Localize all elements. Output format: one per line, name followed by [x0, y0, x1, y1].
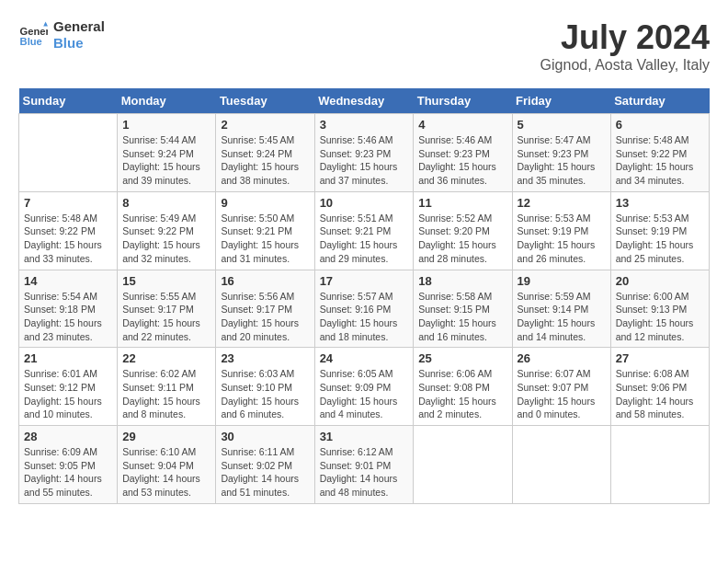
- day-info: Sunrise: 6:08 AM Sunset: 9:06 PM Dayligh…: [616, 367, 704, 421]
- calendar-cell: 12Sunrise: 5:53 AM Sunset: 9:19 PM Dayli…: [512, 191, 610, 270]
- calendar-cell: 9Sunrise: 5:50 AM Sunset: 9:21 PM Daylig…: [216, 191, 314, 270]
- day-number: 1: [122, 118, 210, 132]
- header-cell-tuesday: Tuesday: [216, 88, 314, 114]
- day-info: Sunrise: 6:11 AM Sunset: 9:02 PM Dayligh…: [221, 445, 309, 500]
- logo-line1: General: [53, 18, 105, 35]
- day-info: Sunrise: 6:10 AM Sunset: 9:04 PM Dayligh…: [122, 445, 210, 500]
- day-number: 31: [320, 430, 409, 443]
- calendar-cell: 5Sunrise: 5:47 AM Sunset: 9:23 PM Daylig…: [512, 114, 610, 192]
- header-cell-sunday: Sunday: [19, 88, 118, 114]
- calendar-cell: 10Sunrise: 5:51 AM Sunset: 9:21 PM Dayli…: [314, 191, 414, 270]
- day-info: Sunrise: 6:03 AM Sunset: 9:10 PM Dayligh…: [221, 367, 309, 421]
- calendar-cell: 16Sunrise: 5:56 AM Sunset: 9:17 PM Dayli…: [216, 270, 314, 348]
- day-info: Sunrise: 5:53 AM Sunset: 9:19 PM Dayligh…: [518, 212, 606, 266]
- day-info: Sunrise: 5:53 AM Sunset: 9:19 PM Dayligh…: [616, 212, 704, 266]
- header-cell-wednesday: Wednesday: [314, 88, 414, 114]
- day-info: Sunrise: 5:47 AM Sunset: 9:23 PM Dayligh…: [518, 133, 606, 188]
- day-number: 29: [122, 430, 210, 443]
- day-info: Sunrise: 5:59 AM Sunset: 9:14 PM Dayligh…: [518, 290, 606, 344]
- calendar-cell: 11Sunrise: 5:52 AM Sunset: 9:20 PM Dayli…: [414, 191, 512, 270]
- day-info: Sunrise: 5:51 AM Sunset: 9:21 PM Dayligh…: [320, 212, 409, 266]
- calendar-cell: 28Sunrise: 6:09 AM Sunset: 9:05 PM Dayli…: [19, 426, 118, 504]
- day-number: 9: [221, 196, 309, 210]
- logo-line2: Blue: [53, 35, 105, 52]
- day-info: Sunrise: 6:07 AM Sunset: 9:07 PM Dayligh…: [518, 367, 606, 421]
- day-number: 15: [122, 274, 210, 288]
- day-number: 25: [418, 351, 506, 365]
- day-info: Sunrise: 6:06 AM Sunset: 9:08 PM Dayligh…: [418, 367, 506, 421]
- day-info: Sunrise: 5:58 AM Sunset: 9:15 PM Dayligh…: [418, 290, 506, 344]
- svg-marker-2: [43, 22, 48, 27]
- day-number: 12: [518, 196, 606, 210]
- calendar-cell: 8Sunrise: 5:49 AM Sunset: 9:22 PM Daylig…: [118, 191, 216, 270]
- calendar-cell: 6Sunrise: 5:48 AM Sunset: 9:22 PM Daylig…: [610, 114, 709, 192]
- day-info: Sunrise: 6:12 AM Sunset: 9:01 PM Dayligh…: [320, 445, 409, 500]
- calendar-cell: 26Sunrise: 6:07 AM Sunset: 9:07 PM Dayli…: [512, 348, 610, 426]
- day-number: 24: [320, 351, 409, 365]
- day-number: 18: [418, 274, 506, 288]
- calendar-cell: [19, 114, 118, 192]
- day-number: 8: [122, 196, 210, 210]
- month-title: July 2024: [540, 18, 710, 57]
- calendar-header-row: SundayMondayTuesdayWednesdayThursdayFrid…: [19, 88, 710, 114]
- calendar-cell: 17Sunrise: 5:57 AM Sunset: 9:16 PM Dayli…: [314, 270, 414, 348]
- day-info: Sunrise: 5:50 AM Sunset: 9:21 PM Dayligh…: [221, 212, 309, 266]
- day-info: Sunrise: 5:48 AM Sunset: 9:22 PM Dayligh…: [24, 212, 112, 266]
- day-info: Sunrise: 5:56 AM Sunset: 9:17 PM Dayligh…: [221, 290, 309, 344]
- calendar-cell: 30Sunrise: 6:11 AM Sunset: 9:02 PM Dayli…: [216, 426, 314, 504]
- header: General Blue General Blue July 2024 Gign…: [18, 18, 710, 74]
- calendar-cell: 29Sunrise: 6:10 AM Sunset: 9:04 PM Dayli…: [118, 426, 216, 504]
- day-info: Sunrise: 5:46 AM Sunset: 9:23 PM Dayligh…: [320, 133, 409, 188]
- location-title: Gignod, Aosta Valley, Italy: [540, 57, 710, 74]
- day-number: 26: [518, 351, 606, 365]
- day-info: Sunrise: 5:44 AM Sunset: 9:24 PM Dayligh…: [122, 133, 210, 188]
- calendar-week-row: 14Sunrise: 5:54 AM Sunset: 9:18 PM Dayli…: [19, 270, 710, 348]
- day-info: Sunrise: 5:49 AM Sunset: 9:22 PM Dayligh…: [122, 212, 210, 266]
- day-number: 20: [616, 274, 704, 288]
- calendar-cell: 18Sunrise: 5:58 AM Sunset: 9:15 PM Dayli…: [414, 270, 512, 348]
- header-cell-friday: Friday: [512, 88, 610, 114]
- calendar-cell: 13Sunrise: 5:53 AM Sunset: 9:19 PM Dayli…: [610, 191, 709, 270]
- calendar-cell: 14Sunrise: 5:54 AM Sunset: 9:18 PM Dayli…: [19, 270, 118, 348]
- calendar-week-row: 28Sunrise: 6:09 AM Sunset: 9:05 PM Dayli…: [19, 426, 710, 504]
- day-info: Sunrise: 5:48 AM Sunset: 9:22 PM Dayligh…: [616, 133, 704, 188]
- day-info: Sunrise: 6:09 AM Sunset: 9:05 PM Dayligh…: [24, 445, 112, 500]
- header-cell-monday: Monday: [118, 88, 216, 114]
- header-cell-thursday: Thursday: [414, 88, 512, 114]
- logo-icon: General Blue: [18, 20, 48, 50]
- header-cell-saturday: Saturday: [610, 88, 709, 114]
- day-number: 13: [616, 196, 704, 210]
- day-number: 2: [221, 118, 309, 132]
- calendar-table: SundayMondayTuesdayWednesdayThursdayFrid…: [18, 88, 710, 504]
- day-info: Sunrise: 5:54 AM Sunset: 9:18 PM Dayligh…: [24, 290, 112, 344]
- calendar-week-row: 7Sunrise: 5:48 AM Sunset: 9:22 PM Daylig…: [19, 191, 710, 270]
- calendar-week-row: 21Sunrise: 6:01 AM Sunset: 9:12 PM Dayli…: [19, 348, 710, 426]
- day-number: 30: [221, 430, 309, 443]
- day-number: 4: [418, 118, 506, 132]
- calendar-cell: 3Sunrise: 5:46 AM Sunset: 9:23 PM Daylig…: [314, 114, 414, 192]
- day-number: 28: [24, 430, 112, 443]
- day-info: Sunrise: 5:45 AM Sunset: 9:24 PM Dayligh…: [221, 133, 309, 188]
- day-info: Sunrise: 5:52 AM Sunset: 9:20 PM Dayligh…: [418, 212, 506, 266]
- logo: General Blue General Blue: [18, 18, 105, 52]
- day-info: Sunrise: 6:01 AM Sunset: 9:12 PM Dayligh…: [24, 367, 112, 421]
- day-number: 3: [320, 118, 409, 132]
- calendar-cell: 23Sunrise: 6:03 AM Sunset: 9:10 PM Dayli…: [216, 348, 314, 426]
- day-info: Sunrise: 5:57 AM Sunset: 9:16 PM Dayligh…: [320, 290, 409, 344]
- calendar-body: 1Sunrise: 5:44 AM Sunset: 9:24 PM Daylig…: [19, 114, 710, 504]
- day-number: 17: [320, 274, 409, 288]
- day-info: Sunrise: 6:02 AM Sunset: 9:11 PM Dayligh…: [122, 367, 210, 421]
- day-info: Sunrise: 5:55 AM Sunset: 9:17 PM Dayligh…: [122, 290, 210, 344]
- day-number: 21: [24, 351, 112, 365]
- day-number: 27: [616, 351, 704, 365]
- calendar-cell: 7Sunrise: 5:48 AM Sunset: 9:22 PM Daylig…: [19, 191, 118, 270]
- calendar-cell: 25Sunrise: 6:06 AM Sunset: 9:08 PM Dayli…: [414, 348, 512, 426]
- calendar-cell: 19Sunrise: 5:59 AM Sunset: 9:14 PM Dayli…: [512, 270, 610, 348]
- day-number: 11: [418, 196, 506, 210]
- day-number: 7: [24, 196, 112, 210]
- calendar-cell: 21Sunrise: 6:01 AM Sunset: 9:12 PM Dayli…: [19, 348, 118, 426]
- day-number: 23: [221, 351, 309, 365]
- calendar-cell: 4Sunrise: 5:46 AM Sunset: 9:23 PM Daylig…: [414, 114, 512, 192]
- day-info: Sunrise: 6:00 AM Sunset: 9:13 PM Dayligh…: [616, 290, 704, 344]
- title-section: July 2024 Gignod, Aosta Valley, Italy: [540, 18, 710, 74]
